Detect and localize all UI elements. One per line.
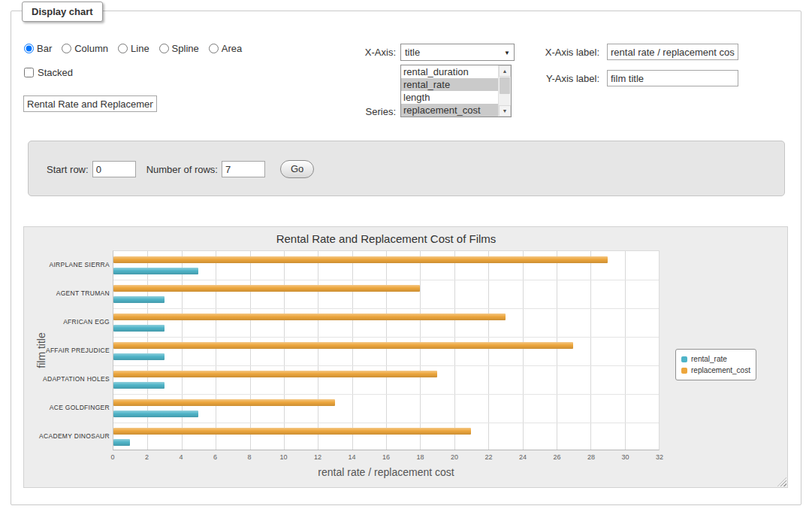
x-tick-label: 0 [110,453,114,461]
bar-replacement_cost [113,314,506,320]
x-tick-label: 10 [279,453,287,461]
start-row-label: Start row: [47,164,89,175]
legend-item-rental_rate[interactable]: rental_rate [681,353,750,365]
category-labels: AIRPLANE SIERRAAGENT TRUMANAFRICAN EGGAF… [24,250,110,450]
resize-handle-icon[interactable] [777,477,786,486]
x-tick-label: 2 [145,453,149,461]
category-label: ACADEMY DINOSAUR [39,432,110,440]
chart-title-input[interactable] [23,95,157,112]
x-tick-label: 20 [451,453,458,461]
category-label: ACE GOLDFINGER [50,404,110,411]
series-multiselect[interactable]: rental_durationrental_ratelengthreplacem… [400,65,512,117]
category-label: ADAPTATION HOLES [43,375,110,383]
chart-legend: rental_ratereplacement_cost [675,349,756,380]
x-axis-title: rental rate / replacement cost [113,466,660,478]
chart-type-radio-area[interactable] [209,44,219,53]
number-of-rows-label: Number of rows: [146,164,218,175]
chart-type-option-bar[interactable]: Bar [24,43,52,54]
band-separator [113,394,659,395]
series-option-length[interactable]: length [401,91,498,104]
gridline [488,251,489,450]
x-axis-label-input[interactable] [607,44,738,60]
x-tick-label: 18 [416,453,424,461]
gridline [147,251,148,450]
rows-panel: Start row: Number of rows: Go [28,141,785,196]
series-option-rental_duration[interactable]: rental_duration [401,65,498,78]
chart-type-option-line[interactable]: Line [118,43,149,54]
stacked-option[interactable]: Stacked [24,67,73,78]
category-label: AGENT TRUMAN [56,289,110,297]
band-separator [113,337,659,338]
x-axis-label-label: X-Axis label: [509,47,599,58]
fieldset-legend: Display chart [22,2,103,22]
scrollbar-thumb[interactable] [500,77,510,94]
gridline [182,251,183,450]
x-tick-label: 32 [656,453,663,461]
chart-type-option-area[interactable]: Area [209,43,242,54]
go-button[interactable]: Go [280,160,314,178]
scroll-down-icon[interactable]: ▼ [499,105,511,117]
stacked-checkbox[interactable] [24,68,34,77]
bar-rental_rate [113,353,165,360]
gridline [284,251,285,450]
x-axis-select[interactable]: title [401,44,514,60]
x-axis-select-wrap: title ▼ [400,44,515,61]
y-axis-label-input[interactable] [607,70,738,86]
x-axis-select-label: X-Axis: [342,47,396,58]
category-label: AFFAIR PREJUDICE [46,347,110,354]
gridline [557,251,557,450]
chart-type-radios: BarColumnLineSplineArea [24,43,242,54]
gridline [318,251,318,450]
band-separator [113,365,659,366]
gridline [590,251,591,450]
bar-replacement_cost [113,285,420,292]
bar-replacement_cost [113,342,573,349]
legend-item-replacement_cost[interactable]: replacement_cost [681,365,750,376]
bar-replacement_cost [113,399,335,406]
plot-area [113,250,660,450]
x-tick-label: 28 [587,453,595,461]
legend-label: rental_rate [691,355,727,363]
chart-type-option-spline[interactable]: Spline [159,43,199,54]
gridline [352,251,353,450]
x-tick-label: 26 [553,453,560,461]
chart-type-option-column[interactable]: Column [62,43,108,54]
gridline [420,251,421,450]
chart-type-label: Spline [172,43,199,54]
chart-type-radio-spline[interactable] [159,44,169,53]
x-tick-label: 16 [382,453,390,461]
start-row-input[interactable] [92,161,136,177]
gridline [523,251,524,450]
chart-type-radio-line[interactable] [118,44,128,53]
x-tick-label: 22 [484,453,492,461]
y-axis-label-label: Y-Axis label: [509,73,599,84]
x-tick-label: 6 [213,453,217,461]
chart-type-label: Column [74,43,108,54]
bar-rental_rate [113,268,198,274]
x-tick-label: 24 [519,453,527,461]
gridline [250,251,251,450]
chart-type-label: Area [222,43,242,54]
bar-replacement_cost [113,428,471,435]
x-tick-label: 30 [621,453,629,461]
legend-swatch-icon [681,368,687,374]
category-label: AIRPLANE SIERRA [49,261,110,268]
number-of-rows-input[interactable] [222,161,265,177]
x-tick-label: 12 [314,453,321,461]
chart-panel: Rental Rate and Replacement Cost of Film… [23,226,788,488]
gridline [386,251,387,450]
chart-type-label: Bar [37,43,52,54]
series-select-label: Series: [342,106,396,117]
rows-panel-inner: Start row: Number of rows: Go [47,160,314,178]
bar-rental_rate [113,411,198,417]
category-label: AFRICAN EGG [63,318,110,326]
chart-type-radio-bar[interactable] [24,44,34,53]
series-option-rental_rate[interactable]: rental_rate [401,78,498,91]
bar-rental_rate [113,296,165,303]
gridline [216,251,216,450]
series-option-replacement_cost[interactable]: replacement_cost [401,104,498,117]
chart-type-radio-column[interactable] [62,44,71,53]
bar-rental_rate [113,325,165,332]
x-tick-label: 14 [348,453,355,461]
band-separator [113,423,659,423]
